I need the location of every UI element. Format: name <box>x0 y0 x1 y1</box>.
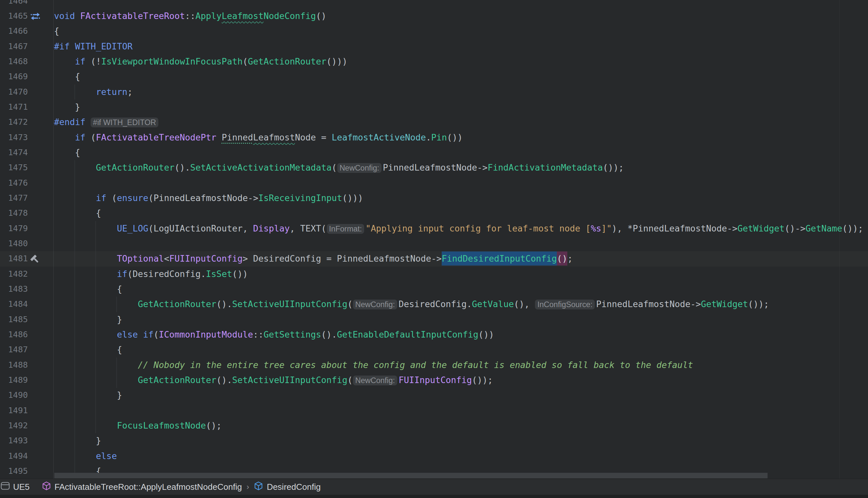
code-line[interactable]: 1466{ <box>0 24 868 39</box>
code-text: GetActionRouter().SetActiveUIInputConfig… <box>54 297 769 312</box>
code-token: = <box>316 132 332 142</box>
line-number[interactable]: 1483 <box>0 281 28 297</box>
code-line[interactable]: 1471 } <box>0 100 868 115</box>
code-line[interactable]: 1475 GetActionRouter().SetActiveActivati… <box>0 160 868 175</box>
code-line[interactable]: 1478 { <box>0 206 868 221</box>
line-number[interactable]: 1489 <box>0 372 28 388</box>
code-token: (). <box>216 375 232 385</box>
code-text: { <box>54 206 101 221</box>
code-token: } <box>54 102 80 112</box>
line-number[interactable]: 1472 <box>0 115 28 130</box>
code-line[interactable]: 1482 if(DesiredConfig.IsSet()) <box>0 266 868 282</box>
line-number[interactable]: 1492 <box>0 418 28 433</box>
code-line[interactable]: 1479 UE_LOG(LogUIActionRouter, Display, … <box>0 221 868 236</box>
line-number[interactable]: 1477 <box>0 191 28 206</box>
line-number[interactable]: 1478 <box>0 206 28 221</box>
recursion-arrows-icon[interactable] <box>30 11 41 22</box>
line-number[interactable]: 1469 <box>0 69 28 84</box>
line-number[interactable]: 1465 <box>0 9 28 24</box>
code-token: if <box>117 269 127 279</box>
line-number[interactable]: 1481 <box>0 251 28 266</box>
line-number[interactable]: 1490 <box>0 388 28 403</box>
code-line[interactable]: 1472#endif#if WITH_EDITOR <box>0 115 868 130</box>
code-line[interactable]: 1484 GetActionRouter().SetActiveUIInputC… <box>0 297 868 312</box>
line-number[interactable]: 1466 <box>0 24 28 39</box>
code-line[interactable]: 1483 { <box>0 281 868 297</box>
code-token <box>54 269 117 279</box>
line-number[interactable]: 1486 <box>0 327 28 342</box>
code-line[interactable]: 1494 else <box>0 448 868 464</box>
breadcrumb-method[interactable]: FActivatableTreeRoot::ApplyLeafmostNodeC… <box>42 481 242 493</box>
breadcrumb-variable[interactable]: DesiredConfig <box>254 481 321 493</box>
code-token <box>54 299 138 309</box>
line-number[interactable]: 1473 <box>0 130 28 145</box>
code-line[interactable]: 1480 <box>0 236 868 251</box>
code-line[interactable]: 1477 if (ensure(PinnedLeafmostNode->IsRe… <box>0 191 868 206</box>
code-token: { <box>54 208 101 218</box>
code-token: ())) <box>342 193 363 203</box>
breadcrumb-project[interactable]: UE5 <box>13 482 30 492</box>
line-number[interactable]: 1468 <box>0 54 28 69</box>
code-line[interactable]: 1486 else if(ICommonInputModule::GetSett… <box>0 327 868 342</box>
code-token: GetActionRouter <box>138 299 216 309</box>
code-token: ())) <box>326 56 348 66</box>
code-line[interactable]: 1493 } <box>0 433 868 448</box>
line-number[interactable]: 1482 <box>0 266 28 281</box>
code-line[interactable]: 1465 void FActivatableTreeRoot::ApplyLea… <box>0 9 868 24</box>
code-token: { <box>54 71 80 81</box>
variable-cube-icon <box>254 481 263 493</box>
code-token: ()); <box>603 162 624 172</box>
code-line[interactable]: 1473 if (FActivatableTreeNodePtr PinnedL… <box>0 130 868 145</box>
code-token: SetActiveActivationMetadata <box>190 162 331 172</box>
code-line[interactable]: 1464 <box>0 0 868 9</box>
line-number[interactable]: 1479 <box>0 221 28 236</box>
code-token: if <box>75 56 85 66</box>
line-number[interactable]: 1485 <box>0 312 28 327</box>
code-line[interactable]: 1468 if (!IsViewportWindowInFocusPath(Ge… <box>0 54 868 69</box>
code-token: ()); <box>842 223 863 234</box>
code-line[interactable]: 1490 } <box>0 388 868 403</box>
line-number[interactable]: 1471 <box>0 100 28 115</box>
line-number[interactable]: 1475 <box>0 160 28 175</box>
code-token: SetActiveUIInputConfig <box>232 375 347 385</box>
line-number[interactable]: 1488 <box>0 357 28 372</box>
line-number[interactable]: 1487 <box>0 342 28 357</box>
breadcrumb-separator: › <box>246 482 249 492</box>
line-number[interactable]: 1467 <box>0 39 28 54</box>
code-line[interactable]: 1470 return; <box>0 84 868 100</box>
code-token: ( <box>332 162 337 172</box>
code-token <box>138 329 143 340</box>
line-number[interactable]: 1474 <box>0 145 28 160</box>
code-token: } <box>54 435 101 446</box>
line-number[interactable]: 1494 <box>0 448 28 463</box>
code-line[interactable]: 1469 { <box>0 69 868 84</box>
line-number[interactable]: 1484 <box>0 297 28 312</box>
code-line[interactable]: 1474 { <box>0 145 868 160</box>
code-line[interactable]: 1485 } <box>0 312 868 327</box>
line-number[interactable]: 1476 <box>0 175 28 191</box>
code-token: , TEXT( <box>290 223 326 234</box>
code-line[interactable]: 1481 TOptional<FUIInputConfig> DesiredCo… <box>0 251 868 266</box>
inlay-hint: InFormat: <box>327 224 365 234</box>
hammer-icon[interactable] <box>30 254 41 264</box>
code-line[interactable]: 1491 <box>0 403 868 418</box>
code-line[interactable]: 1487 { <box>0 342 868 357</box>
line-number[interactable]: 1470 <box>0 84 28 100</box>
line-number[interactable]: 1493 <box>0 433 28 448</box>
code-line[interactable]: 1488 // Nobody in the entire tree cares … <box>0 357 868 373</box>
line-number[interactable]: 1491 <box>0 403 28 418</box>
code-token: FActivatableTreeRoot <box>80 11 185 21</box>
line-number[interactable]: 1464 <box>0 0 28 9</box>
code-line[interactable]: 1489 GetActionRouter().SetActiveUIInputC… <box>0 372 868 388</box>
horizontal-scrollbar[interactable] <box>0 472 868 479</box>
code-line[interactable]: 1476 <box>0 175 868 191</box>
line-number[interactable]: 1480 <box>0 236 28 251</box>
code-token: (DesiredConfig. <box>127 269 206 279</box>
code-text: { <box>54 69 80 84</box>
code-line[interactable]: 1492 FocusLeafmostNode(); <box>0 418 868 433</box>
code-area[interactable]: 14641465 void FActivatableTreeRoot::Appl… <box>0 0 868 479</box>
code-token <box>54 420 117 431</box>
horizontal-scrollbar-thumb[interactable] <box>54 473 768 479</box>
code-line[interactable]: 1467#if WITH_EDITOR <box>0 39 868 54</box>
code-token: } <box>54 390 122 400</box>
